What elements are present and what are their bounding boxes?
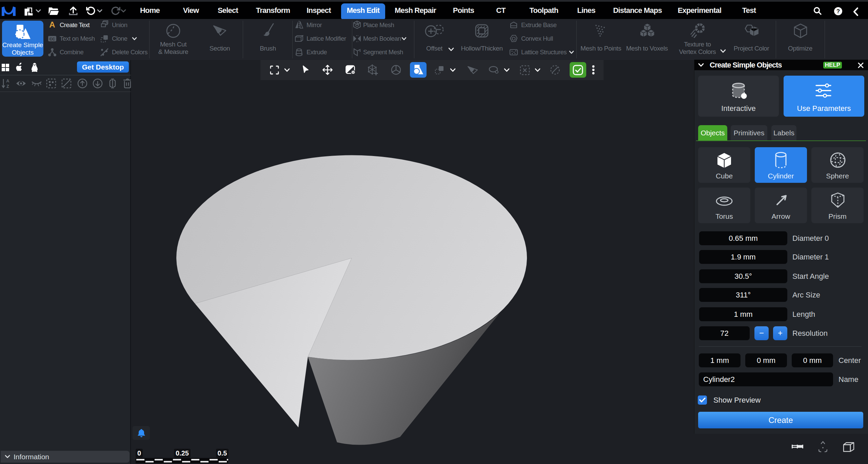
svg-text:A: A	[6, 78, 9, 83]
svg-text:?: ?	[836, 8, 840, 15]
svg-text:CC: CC	[50, 37, 55, 41]
svg-text:Z: Z	[6, 84, 9, 89]
svg-text:A: A	[49, 20, 55, 29]
